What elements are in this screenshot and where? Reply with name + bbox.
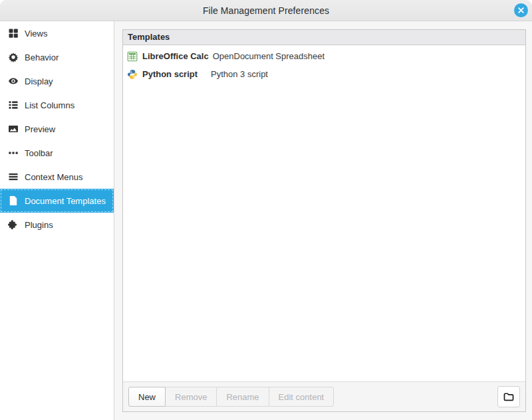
close-icon [517,7,525,14]
sidebar-item-label: Display [25,76,53,86]
template-name: Python script [142,69,211,79]
templates-panel: Templates LibreOffice Calc OpenDocument … [122,29,526,412]
window-title: File Management Preferences [203,5,329,16]
sidebar-item-label: Plugins [25,220,53,230]
remove-button[interactable]: Remove [165,387,217,407]
document-icon [8,195,19,206]
grid-icon [8,28,19,39]
list-icon [8,100,19,110]
titlebar[interactable]: File Management Preferences [0,0,532,21]
new-button[interactable]: New [128,387,166,407]
rename-button[interactable]: Rename [216,387,269,407]
preferences-window: File Management Preferences Views Behavi… [0,0,532,420]
close-button[interactable] [514,3,528,17]
sidebar-item-list-columns[interactable]: List Columns [0,93,114,117]
edit-content-button[interactable]: Edit content [269,387,334,407]
templates-panel-header: Templates [123,30,525,45]
sidebar-item-views[interactable]: Views [0,21,114,45]
sidebar-item-context-menus[interactable]: Context Menus [0,165,114,189]
dots-icon [8,148,19,158]
sidebar-item-label: List Columns [25,100,74,110]
sidebar-item-label: Behavior [25,52,59,62]
puzzle-icon [8,219,19,230]
sidebar-item-document-templates[interactable]: Document Templates [0,189,114,213]
sidebar-item-behavior[interactable]: Behavior [0,45,114,69]
sidebar-item-label: Context Menus [25,172,82,182]
sidebar-item-label: Toolbar [25,148,53,158]
folder-icon [503,391,515,403]
sidebar-item-label: Preview [25,124,55,134]
template-name: LibreOffice Calc [142,51,213,61]
template-row-libreoffice-calc[interactable]: LibreOffice Calc OpenDocument Spreadshee… [123,47,525,65]
template-actions-group: New Remove Rename Edit content [128,387,334,407]
templates-list[interactable]: LibreOffice Calc OpenDocument Spreadshee… [123,45,525,381]
sidebar-item-label: Views [25,29,47,39]
gear-icon [8,52,19,62]
eye-icon [8,76,19,86]
templates-action-bar: New Remove Rename Edit content [123,381,525,411]
template-description: OpenDocument Spreadsheet [213,51,325,61]
sidebar-item-label: Document Templates [25,196,106,206]
sidebar-item-plugins[interactable]: Plugins [0,213,114,237]
menu-icon [8,171,19,182]
sidebar-item-toolbar[interactable]: Toolbar [0,141,114,165]
template-row-python-script[interactable]: Python script Python 3 script [123,65,525,83]
image-icon [8,124,19,134]
libreoffice-calc-icon [127,51,138,62]
main-area: Templates LibreOffice Calc OpenDocument … [114,21,532,420]
sidebar-item-display[interactable]: Display [0,69,114,93]
open-templates-folder-button[interactable] [497,386,520,407]
sidebar: Views Behavior Display List Columns [0,21,114,420]
template-description: Python 3 script [211,69,268,79]
sidebar-item-preview[interactable]: Preview [0,117,114,141]
python-icon [127,69,138,80]
